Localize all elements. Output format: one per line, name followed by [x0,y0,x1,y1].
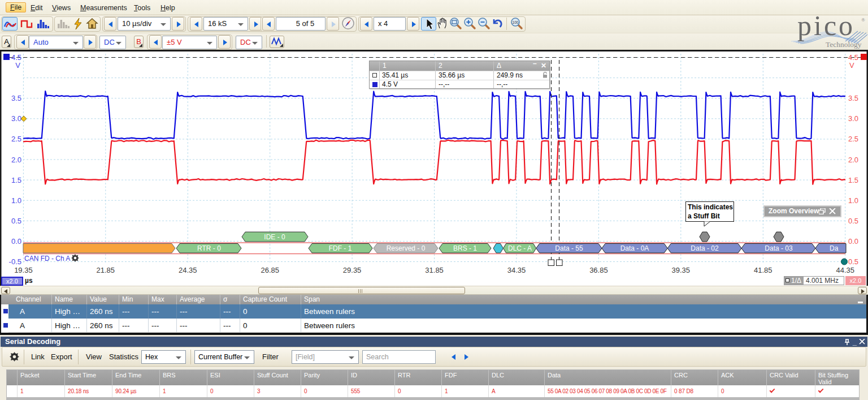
svg-text:19.35: 19.35 [14,266,33,274]
svg-text:V: V [849,61,854,70]
svg-text:0.0: 0.0 [11,237,21,246]
svg-text:CAN FD - Ch A: CAN FD - Ch A [24,255,70,263]
svg-text:BRS - 1: BRS - 1 [453,244,477,252]
svg-text:0.0: 0.0 [848,237,858,246]
svg-text:Technology: Technology [826,40,862,49]
svg-text:39.35: 39.35 [672,266,691,274]
svg-text:31.85: 31.85 [425,266,444,274]
svg-text:Data - 0A: Data - 0A [620,244,649,252]
svg-text:Data - 55: Data - 55 [555,244,583,252]
svg-text:34.35: 34.35 [507,266,526,274]
svg-text:-0.5: -0.5 [9,257,21,266]
svg-text:0.5: 0.5 [848,217,858,225]
svg-text:3.5: 3.5 [848,94,858,102]
svg-text:4.5: 4.5 [11,53,21,62]
svg-text:0.5: 0.5 [848,257,858,266]
svg-text:3.0: 3.0 [848,114,858,123]
svg-text:100: 100 [513,20,519,24]
svg-text:2.5: 2.5 [848,135,858,143]
svg-text:DLC - A: DLC - A [508,244,532,252]
svg-text:Data - 02: Data - 02 [691,244,719,252]
svg-text:V: V [15,61,20,70]
svg-text:21.85: 21.85 [97,266,115,274]
svg-text:Da: Da [830,244,839,252]
svg-text:4.5: 4.5 [848,53,858,62]
svg-text:1.0: 1.0 [848,196,858,205]
svg-text:1.0: 1.0 [11,196,21,205]
svg-text:3.5: 3.5 [11,94,21,102]
svg-text:IDE - 0: IDE - 0 [264,233,285,241]
svg-text:0.5: 0.5 [11,217,21,225]
svg-text:Data - 03: Data - 03 [765,244,793,252]
svg-text:FDF - 1: FDF - 1 [329,244,352,252]
svg-text:®: ® [861,17,865,23]
svg-text:24.35: 24.35 [179,266,197,274]
svg-text:3.0: 3.0 [11,114,21,123]
svg-text:36.85: 36.85 [589,266,608,274]
svg-text:1.5: 1.5 [11,176,21,184]
svg-text:44.35: 44.35 [836,266,854,274]
svg-text:pico: pico [797,15,855,41]
svg-text:1.5: 1.5 [848,176,858,184]
svg-text:Reserved - 0: Reserved - 0 [387,244,426,252]
svg-text:29.35: 29.35 [343,266,362,274]
svg-text:26.85: 26.85 [261,266,279,274]
svg-text:41.85: 41.85 [754,266,772,274]
svg-text:2.0: 2.0 [11,156,21,164]
svg-text:2.5: 2.5 [11,135,21,143]
svg-text:RTR - 0: RTR - 0 [197,244,221,252]
svg-text:2.0: 2.0 [848,156,858,164]
